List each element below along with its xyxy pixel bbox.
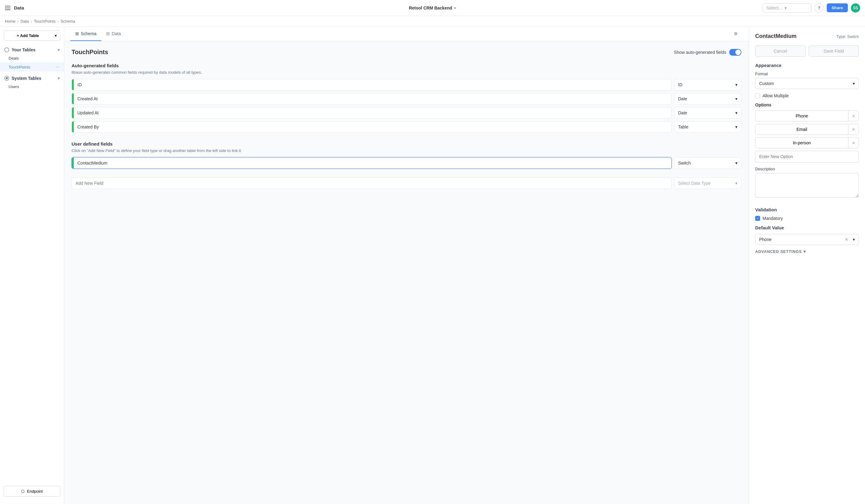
right-panel: ContactMedium Type: Switch Cancel Save F… — [749, 27, 865, 504]
default-value-clear-icon[interactable]: ✕ — [845, 237, 849, 242]
your-tables-header[interactable]: Your Tables ▾ — [0, 46, 64, 54]
share-button[interactable]: Share — [827, 3, 848, 12]
auto-generated-toggle-label: Show auto-generated fields — [674, 50, 726, 55]
advanced-settings-label: ADVANCED SETTINGS — [755, 249, 802, 254]
settings-icon: ⚙ — [734, 31, 738, 36]
system-tables-header[interactable]: ⚙ System Tables ▾ — [0, 74, 64, 83]
user-defined-section-desc: Click on "Add New Field" to define your … — [72, 148, 741, 153]
select-chevron-icon: ▾ — [785, 5, 787, 10]
toggle-switch[interactable] — [729, 49, 741, 56]
allow-multiple-checkbox[interactable] — [755, 93, 760, 98]
right-panel-header: ContactMedium Type: Switch — [755, 33, 859, 39]
add-new-field-input[interactable] — [72, 177, 672, 189]
field-type-created-at-value: Date — [678, 96, 687, 101]
default-value-select[interactable]: Phone ✕ ▾ — [755, 234, 859, 245]
default-value-option: Phone — [759, 237, 771, 242]
help-button[interactable]: ? — [815, 3, 824, 13]
chevron-down-icon: ▾ — [55, 33, 57, 38]
schema-icon: ⊞ — [75, 31, 79, 36]
option-input-email[interactable] — [756, 124, 848, 134]
description-group: Description — [755, 167, 859, 203]
option-delete-in-person[interactable]: ✕ — [848, 138, 858, 148]
system-tables-section: ⚙ System Tables ▾ Users — [0, 74, 64, 91]
content-area: ⊞ Schema ⊟ Data ⚙ TouchPoints Show auto-… — [64, 27, 749, 504]
system-tables-label: System Tables — [12, 76, 41, 81]
top-nav-left: Data — [5, 5, 24, 10]
default-value-section: Default Value Phone ✕ ▾ — [755, 225, 859, 245]
add-table-button-group: + Add Table ▾ — [4, 31, 60, 41]
sidebar-item-users-label: Users — [9, 84, 19, 89]
cancel-button[interactable]: Cancel — [755, 46, 806, 57]
sidebar-item-touchpoints[interactable]: TouchPoints ··· — [0, 62, 64, 72]
option-row-phone: ✕ — [755, 110, 859, 121]
user-defined-section-title: User defined fields — [72, 141, 741, 146]
breadcrumb-data[interactable]: Data — [21, 19, 29, 24]
option-row-in-person: ✕ — [755, 137, 859, 148]
right-panel-type: Type: Switch — [836, 34, 859, 39]
dots-icon[interactable]: ··· — [56, 64, 60, 70]
chevron-down-icon: ▾ — [735, 82, 737, 87]
tab-settings[interactable]: ⚙ — [729, 27, 743, 41]
add-table-arrow-button[interactable]: ▾ — [52, 31, 60, 40]
field-name-created-at-text: Created At — [74, 93, 671, 104]
breadcrumb-touchpoints[interactable]: TouchPoints — [34, 19, 56, 24]
sidebar-item-users[interactable]: Users — [0, 83, 64, 91]
field-type-created-by[interactable]: Table ▾ — [674, 121, 741, 133]
format-group: Format Custom ▾ — [755, 72, 859, 89]
circle-icon — [4, 47, 9, 52]
breadcrumb-sep-3: › — [58, 19, 59, 24]
field-type-updated-at[interactable]: Date ▾ — [674, 107, 741, 119]
mandatory-row: Mandatory — [755, 216, 859, 221]
field-name-created-by-text: Created By — [74, 121, 671, 132]
field-type-id-value: ID — [678, 82, 682, 87]
option-input-in-person[interactable] — [756, 138, 848, 148]
option-delete-email[interactable]: ✕ — [848, 125, 858, 134]
mandatory-label: Mandatory — [762, 216, 783, 221]
chevron-down-icon[interactable]: ▾ — [454, 5, 456, 10]
field-name-updated-at-text: Updated At — [74, 107, 671, 118]
schema-title: TouchPoints — [72, 49, 108, 56]
mandatory-checkbox[interactable] — [755, 216, 760, 221]
user-defined-fields-list: ContactMedium Switch ▾ — [72, 157, 741, 169]
breadcrumb-sep-2: › — [31, 19, 32, 24]
breadcrumb-home[interactable]: Home — [5, 19, 15, 24]
gear-icon: ⚙ — [4, 76, 9, 81]
sidebar-item-deals-label: Deals — [9, 56, 19, 60]
main-layout: + Add Table ▾ Your Tables ▾ Deals TouchP… — [0, 27, 865, 504]
sidebar: + Add Table ▾ Your Tables ▾ Deals TouchP… — [0, 27, 64, 504]
field-type-contact-medium[interactable]: Switch ▾ — [674, 157, 741, 169]
option-delete-phone[interactable]: ✕ — [848, 111, 858, 121]
field-type-id[interactable]: ID ▾ — [674, 79, 741, 91]
endpoint-icon: ⬡ — [21, 489, 24, 494]
auto-generated-section-title: Auto-generated fields — [72, 63, 741, 68]
tab-data[interactable]: ⊟ Data — [101, 27, 126, 41]
field-row-created-at: Created At Date ▾ — [72, 93, 741, 105]
menu-icon[interactable] — [5, 6, 10, 10]
field-name-id: ID — [72, 79, 672, 91]
field-type-created-at[interactable]: Date ▾ — [674, 93, 741, 105]
save-field-button[interactable]: Save Field — [809, 46, 859, 57]
app-title: Data — [14, 5, 24, 10]
endpoint-button[interactable]: ⬡ Endpoint — [4, 486, 60, 497]
breadcrumb-schema: Schema — [60, 19, 75, 24]
breadcrumb: Home › Data › TouchPoints › Schema — [0, 16, 865, 27]
select-dropdown[interactable]: Select... ▾ — [762, 3, 811, 13]
tab-schema[interactable]: ⊞ Schema — [70, 27, 101, 41]
sidebar-item-deals[interactable]: Deals — [0, 54, 64, 62]
new-option-input[interactable] — [755, 151, 859, 162]
allow-multiple-label: Allow Multiple — [762, 93, 789, 98]
right-panel-title: ContactMedium — [755, 33, 796, 39]
field-row-contact-medium: ContactMedium Switch ▾ — [72, 157, 741, 169]
field-name-updated-at: Updated At — [72, 107, 672, 119]
allow-multiple-row: Allow Multiple — [755, 93, 859, 98]
select-data-type[interactable]: Select Data Type ▾ — [674, 177, 741, 189]
option-input-phone[interactable] — [756, 111, 848, 121]
advanced-settings[interactable]: ADVANCED SETTINGS ▾ — [755, 249, 859, 254]
format-select[interactable]: Custom ▾ — [755, 78, 859, 89]
chevron-down-icon: ▾ — [853, 237, 855, 242]
description-textarea[interactable] — [755, 173, 859, 198]
field-type-contact-medium-value: Switch — [678, 161, 691, 165]
add-table-main-button[interactable]: + Add Table — [4, 31, 52, 40]
field-row-id: ID ID ▾ — [72, 79, 741, 91]
chevron-down-icon: ▾ — [735, 125, 737, 129]
